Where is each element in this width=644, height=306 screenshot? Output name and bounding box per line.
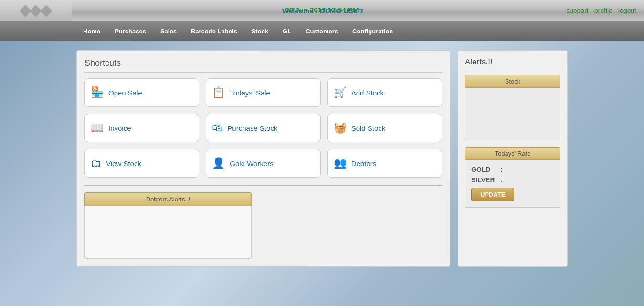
logout-link[interactable]: logout xyxy=(618,7,636,14)
invoice-button[interactable]: 📖 Invoice xyxy=(84,114,199,142)
open-sale-label: Open Sale xyxy=(108,89,142,97)
add-stock-button[interactable]: 🛒 Add Stock xyxy=(327,78,442,107)
top-header: Welcome : DEMO USER 30 Jun 2017 12:54 PM… xyxy=(0,0,644,21)
main-area: Shortcuts 🏪 Open Sale 📋 Todays' Sale 🛒 A… xyxy=(0,41,644,276)
support-link[interactable]: support xyxy=(566,7,589,14)
nav-configuration[interactable]: Configuration xyxy=(346,25,400,38)
debtors-section: Debtors Alerts..! xyxy=(84,185,442,259)
alerts-panel: Alerts.!! Stock Todays' Rate GOLD : SILV… xyxy=(458,50,568,267)
gold-workers-button[interactable]: 👤 Gold Workers xyxy=(206,149,320,178)
nav-barcode-labels[interactable]: Barcode Labels xyxy=(184,25,244,38)
view-stock-icon: 🗂 xyxy=(91,157,101,169)
stock-section: Stock xyxy=(465,75,560,140)
silver-colon: : xyxy=(500,176,503,184)
gold-workers-label: Gold Workers xyxy=(230,159,273,168)
nav-home[interactable]: Home xyxy=(76,25,107,38)
nav-purchases[interactable]: Purchases xyxy=(108,25,153,38)
gold-rate-row: GOLD : xyxy=(471,166,554,173)
stock-section-header: Stock xyxy=(465,75,560,88)
view-stock-label: View Stock xyxy=(106,159,141,168)
nav-stock[interactable]: Stock xyxy=(245,25,275,38)
debtors-label: Debtors xyxy=(351,159,377,168)
debtors-alerts-body xyxy=(84,206,252,259)
update-button[interactable]: UPDATE xyxy=(471,188,514,201)
shortcuts-title: Shortcuts xyxy=(84,58,442,73)
shortcuts-panel: Shortcuts 🏪 Open Sale 📋 Todays' Sale 🛒 A… xyxy=(76,50,450,267)
rate-section-header: Todays' Rate xyxy=(465,147,560,160)
todays-sale-icon: 📋 xyxy=(212,86,225,99)
silver-label: SILVER xyxy=(471,176,497,184)
purchase-stock-button[interactable]: 🛍 Purchase Stock xyxy=(206,114,320,142)
rate-section-body: GOLD : SILVER : UPDATE xyxy=(465,160,560,208)
open-sale-icon: 🏪 xyxy=(91,86,104,99)
debtors-button[interactable]: 👥 Debtors xyxy=(327,149,442,178)
nav-sales[interactable]: Sales xyxy=(154,25,183,38)
shortcuts-grid: 🏪 Open Sale 📋 Todays' Sale 🛒 Add Stock 📖… xyxy=(84,78,442,178)
logo-area xyxy=(0,0,72,21)
rate-section: Todays' Rate GOLD : SILVER : UPDATE xyxy=(465,147,560,208)
invoice-label: Invoice xyxy=(108,124,131,132)
datetime: 30 Jun 2017 12:54 PM xyxy=(285,6,359,14)
todays-sale-button[interactable]: 📋 Todays' Sale xyxy=(206,78,320,107)
open-sale-button[interactable]: 🏪 Open Sale xyxy=(84,78,199,107)
view-stock-button[interactable]: 🗂 View Stock xyxy=(84,149,199,178)
nav-bar: Home Purchases Sales Barcode Labels Stoc… xyxy=(0,21,644,41)
silver-rate-row: SILVER : xyxy=(471,176,554,184)
profile-link[interactable]: profile xyxy=(594,7,612,14)
gold-label: GOLD xyxy=(471,166,497,173)
debtors-icon: 👥 xyxy=(334,157,347,169)
sold-stock-label: Sold Stock xyxy=(351,124,386,132)
stock-section-body xyxy=(465,88,560,140)
top-links: support profile logout xyxy=(566,7,636,14)
alerts-title: Alerts.!! xyxy=(465,57,560,70)
nav-gl[interactable]: GL xyxy=(276,25,298,38)
gold-workers-icon: 👤 xyxy=(212,157,225,169)
invoice-icon: 📖 xyxy=(91,122,104,134)
add-stock-label: Add Stock xyxy=(351,89,384,97)
purchase-stock-label: Purchase Stock xyxy=(227,124,277,132)
debtors-alerts-header: Debtors Alerts..! xyxy=(84,192,252,206)
gold-colon: : xyxy=(500,166,503,173)
todays-sale-label: Todays' Sale xyxy=(230,89,270,97)
sold-stock-button[interactable]: 🧺 Sold Stock xyxy=(327,114,442,142)
sold-stock-icon: 🧺 xyxy=(334,122,347,134)
logo-diamond-3 xyxy=(40,5,52,17)
purchase-stock-icon: 🛍 xyxy=(212,122,222,134)
nav-customers[interactable]: Customers xyxy=(299,25,345,38)
add-stock-icon: 🛒 xyxy=(334,86,347,99)
